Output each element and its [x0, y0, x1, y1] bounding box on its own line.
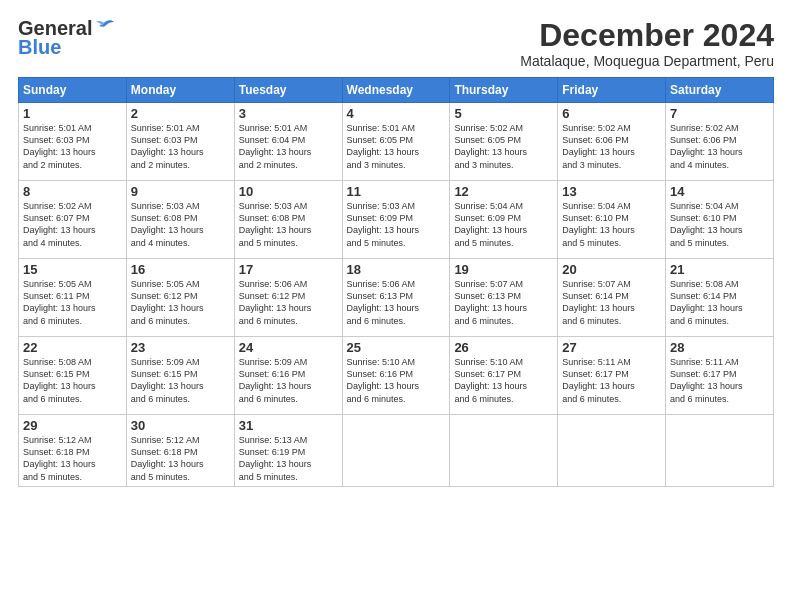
sunrise-label: Sunrise: 5:10 AM — [454, 357, 523, 367]
sunrise-label: Sunrise: 5:09 AM — [239, 357, 308, 367]
daylight-label: Daylight: 13 hours and 6 minutes. — [347, 303, 420, 325]
day-number: 24 — [239, 340, 338, 355]
day-info: Sunrise: 5:03 AM Sunset: 6:09 PM Dayligh… — [347, 200, 446, 249]
daylight-label: Daylight: 13 hours and 5 minutes. — [131, 459, 204, 481]
daylight-label: Daylight: 13 hours and 6 minutes. — [670, 381, 743, 403]
day-info: Sunrise: 5:03 AM Sunset: 6:08 PM Dayligh… — [131, 200, 230, 249]
day-number: 14 — [670, 184, 769, 199]
sunrise-label: Sunrise: 5:03 AM — [239, 201, 308, 211]
day-number: 4 — [347, 106, 446, 121]
sunrise-label: Sunrise: 5:11 AM — [670, 357, 739, 367]
day-number: 29 — [23, 418, 122, 433]
header: General Blue December 2024 Matalaque, Mo… — [18, 18, 774, 69]
day-info: Sunrise: 5:12 AM Sunset: 6:18 PM Dayligh… — [23, 434, 122, 483]
daylight-label: Daylight: 13 hours and 6 minutes. — [239, 303, 312, 325]
sunrise-label: Sunrise: 5:07 AM — [454, 279, 523, 289]
sunrise-label: Sunrise: 5:13 AM — [239, 435, 308, 445]
sunset-label: Sunset: 6:08 PM — [239, 213, 306, 223]
sunrise-label: Sunrise: 5:06 AM — [347, 279, 416, 289]
table-row: 18 Sunrise: 5:06 AM Sunset: 6:13 PM Dayl… — [342, 259, 450, 337]
table-row: 5 Sunrise: 5:02 AM Sunset: 6:05 PM Dayli… — [450, 103, 558, 181]
table-row: 27 Sunrise: 5:11 AM Sunset: 6:17 PM Dayl… — [558, 337, 666, 415]
table-row: 19 Sunrise: 5:07 AM Sunset: 6:13 PM Dayl… — [450, 259, 558, 337]
day-number: 13 — [562, 184, 661, 199]
table-row: 13 Sunrise: 5:04 AM Sunset: 6:10 PM Dayl… — [558, 181, 666, 259]
daylight-label: Daylight: 13 hours and 2 minutes. — [239, 147, 312, 169]
daylight-label: Daylight: 13 hours and 5 minutes. — [347, 225, 420, 247]
sunset-label: Sunset: 6:15 PM — [23, 369, 90, 379]
sunrise-label: Sunrise: 5:12 AM — [131, 435, 200, 445]
sunset-label: Sunset: 6:10 PM — [670, 213, 737, 223]
daylight-label: Daylight: 13 hours and 5 minutes. — [23, 459, 96, 481]
sunset-label: Sunset: 6:09 PM — [454, 213, 521, 223]
daylight-label: Daylight: 13 hours and 2 minutes. — [131, 147, 204, 169]
table-row: 2 Sunrise: 5:01 AM Sunset: 6:03 PM Dayli… — [126, 103, 234, 181]
calendar-table: Sunday Monday Tuesday Wednesday Thursday… — [18, 77, 774, 487]
sunrise-label: Sunrise: 5:03 AM — [347, 201, 416, 211]
day-info: Sunrise: 5:08 AM Sunset: 6:15 PM Dayligh… — [23, 356, 122, 405]
day-info: Sunrise: 5:04 AM Sunset: 6:10 PM Dayligh… — [670, 200, 769, 249]
day-info: Sunrise: 5:12 AM Sunset: 6:18 PM Dayligh… — [131, 434, 230, 483]
day-number: 23 — [131, 340, 230, 355]
day-number: 1 — [23, 106, 122, 121]
sunset-label: Sunset: 6:03 PM — [23, 135, 90, 145]
sunrise-label: Sunrise: 5:04 AM — [454, 201, 523, 211]
sunset-label: Sunset: 6:09 PM — [347, 213, 414, 223]
sunset-label: Sunset: 6:18 PM — [23, 447, 90, 457]
day-info: Sunrise: 5:10 AM Sunset: 6:16 PM Dayligh… — [347, 356, 446, 405]
sunrise-label: Sunrise: 5:05 AM — [131, 279, 200, 289]
col-friday: Friday — [558, 78, 666, 103]
daylight-label: Daylight: 13 hours and 6 minutes. — [23, 303, 96, 325]
sunset-label: Sunset: 6:12 PM — [131, 291, 198, 301]
calendar-week-row: 22 Sunrise: 5:08 AM Sunset: 6:15 PM Dayl… — [19, 337, 774, 415]
day-number: 28 — [670, 340, 769, 355]
logo-bird-icon — [93, 18, 115, 34]
day-info: Sunrise: 5:01 AM Sunset: 6:04 PM Dayligh… — [239, 122, 338, 171]
day-info: Sunrise: 5:10 AM Sunset: 6:17 PM Dayligh… — [454, 356, 553, 405]
daylight-label: Daylight: 13 hours and 2 minutes. — [23, 147, 96, 169]
daylight-label: Daylight: 13 hours and 4 minutes. — [131, 225, 204, 247]
day-number: 27 — [562, 340, 661, 355]
sunrise-label: Sunrise: 5:01 AM — [347, 123, 416, 133]
day-number: 17 — [239, 262, 338, 277]
table-row: 1 Sunrise: 5:01 AM Sunset: 6:03 PM Dayli… — [19, 103, 127, 181]
sunset-label: Sunset: 6:10 PM — [562, 213, 629, 223]
sunset-label: Sunset: 6:06 PM — [670, 135, 737, 145]
table-row: 4 Sunrise: 5:01 AM Sunset: 6:05 PM Dayli… — [342, 103, 450, 181]
col-tuesday: Tuesday — [234, 78, 342, 103]
calendar-week-row: 8 Sunrise: 5:02 AM Sunset: 6:07 PM Dayli… — [19, 181, 774, 259]
day-number: 26 — [454, 340, 553, 355]
col-thursday: Thursday — [450, 78, 558, 103]
day-info: Sunrise: 5:09 AM Sunset: 6:15 PM Dayligh… — [131, 356, 230, 405]
table-row — [450, 415, 558, 487]
col-saturday: Saturday — [666, 78, 774, 103]
sunrise-label: Sunrise: 5:01 AM — [23, 123, 92, 133]
table-row: 31 Sunrise: 5:13 AM Sunset: 6:19 PM Dayl… — [234, 415, 342, 487]
table-row: 20 Sunrise: 5:07 AM Sunset: 6:14 PM Dayl… — [558, 259, 666, 337]
sunset-label: Sunset: 6:14 PM — [670, 291, 737, 301]
day-number: 25 — [347, 340, 446, 355]
day-number: 30 — [131, 418, 230, 433]
sunrise-label: Sunrise: 5:03 AM — [131, 201, 200, 211]
sunrise-label: Sunrise: 5:01 AM — [239, 123, 308, 133]
sunset-label: Sunset: 6:16 PM — [239, 369, 306, 379]
table-row: 15 Sunrise: 5:05 AM Sunset: 6:11 PM Dayl… — [19, 259, 127, 337]
day-info: Sunrise: 5:02 AM Sunset: 6:06 PM Dayligh… — [562, 122, 661, 171]
sunrise-label: Sunrise: 5:12 AM — [23, 435, 92, 445]
day-number: 18 — [347, 262, 446, 277]
day-number: 3 — [239, 106, 338, 121]
sunset-label: Sunset: 6:07 PM — [23, 213, 90, 223]
sunset-label: Sunset: 6:03 PM — [131, 135, 198, 145]
day-info: Sunrise: 5:02 AM Sunset: 6:07 PM Dayligh… — [23, 200, 122, 249]
table-row: 14 Sunrise: 5:04 AM Sunset: 6:10 PM Dayl… — [666, 181, 774, 259]
sunset-label: Sunset: 6:14 PM — [562, 291, 629, 301]
table-row: 28 Sunrise: 5:11 AM Sunset: 6:17 PM Dayl… — [666, 337, 774, 415]
calendar-week-row: 15 Sunrise: 5:05 AM Sunset: 6:11 PM Dayl… — [19, 259, 774, 337]
daylight-label: Daylight: 13 hours and 5 minutes. — [670, 225, 743, 247]
day-number: 20 — [562, 262, 661, 277]
table-row — [558, 415, 666, 487]
daylight-label: Daylight: 13 hours and 3 minutes. — [347, 147, 420, 169]
table-row: 12 Sunrise: 5:04 AM Sunset: 6:09 PM Dayl… — [450, 181, 558, 259]
day-number: 16 — [131, 262, 230, 277]
day-info: Sunrise: 5:04 AM Sunset: 6:09 PM Dayligh… — [454, 200, 553, 249]
